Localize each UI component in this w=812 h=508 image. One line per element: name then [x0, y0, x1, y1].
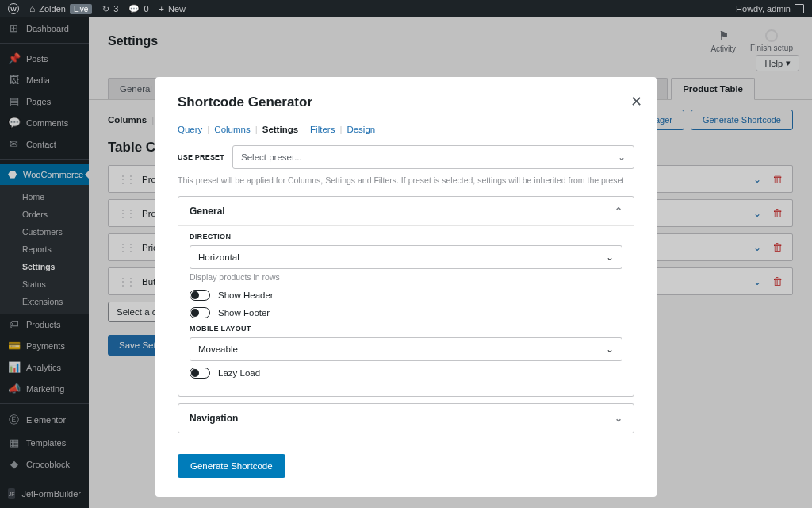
avatar-icon [795, 4, 804, 13]
comments-link[interactable]: 💬 0 [128, 4, 148, 14]
modal-tab-filters[interactable]: Filters [310, 125, 335, 134]
site-link[interactable]: ⌂ Zolden Live [29, 3, 92, 14]
lazy-load-label: Lazy Load [218, 368, 260, 378]
refresh-icon: ↻ [102, 4, 109, 14]
chevron-down-icon: ⌄ [606, 344, 614, 355]
modal-tab-settings[interactable]: Settings [262, 125, 298, 134]
close-button[interactable]: ✕ [630, 93, 642, 110]
shortcode-generator-modal: ✕ Shortcode Generator Query| Columns| Se… [155, 77, 657, 497]
preset-hint: This preset will be applied for Columns,… [178, 175, 634, 185]
updates-link[interactable]: ↻ 3 [102, 4, 118, 14]
new-content-link[interactable]: + New [159, 4, 186, 13]
modal-tab-columns[interactable]: Columns [214, 125, 250, 134]
live-badge: Live [70, 4, 92, 14]
general-accordion-header[interactable]: General ⌃ [178, 197, 634, 225]
plus-icon: + [159, 4, 164, 13]
modal-tab-query[interactable]: Query [178, 125, 202, 134]
comment-icon: 💬 [128, 4, 140, 14]
chevron-down-icon: ⌄ [606, 252, 614, 263]
howdy-text: Howdy, admin [736, 4, 791, 13]
chevron-down-icon: ⌄ [618, 152, 626, 163]
show-footer-label: Show Footer [218, 308, 270, 318]
modal-generate-button[interactable]: Generate Shortcode [178, 454, 285, 478]
direction-select[interactable]: Horizontal ⌄ [190, 245, 622, 269]
accordion-title: General [190, 206, 225, 217]
home-icon: ⌂ [29, 3, 35, 14]
update-count: 3 [113, 4, 118, 13]
modal-title: Shortcode Generator [178, 94, 634, 110]
mobile-layout-select[interactable]: Moveable ⌄ [190, 337, 622, 361]
mobile-layout-value: Moveable [198, 344, 238, 354]
site-name: Zolden [39, 4, 66, 13]
new-label: New [168, 4, 186, 13]
howdy-link[interactable]: Howdy, admin [736, 4, 804, 13]
accordion-title: Navigation [190, 413, 238, 424]
modal-tabs: Query| Columns| Settings| Filters| Desig… [178, 125, 634, 134]
show-header-toggle[interactable] [190, 290, 210, 301]
general-accordion: General ⌃ DIRECTION Horizontal ⌄ Display… [178, 196, 634, 397]
show-header-label: Show Header [218, 291, 274, 300]
lazy-load-toggle[interactable] [190, 368, 210, 379]
preset-label: USE PRESET [178, 153, 224, 161]
show-footer-toggle[interactable] [190, 307, 210, 318]
preset-value: Select preset... [241, 152, 302, 162]
comment-count: 0 [144, 4, 148, 13]
preset-select[interactable]: Select preset... ⌄ [232, 145, 634, 169]
direction-hint: Display products in rows [190, 272, 622, 282]
modal-tab-design[interactable]: Design [347, 125, 375, 134]
modal-overlay[interactable]: ✕ Shortcode Generator Query| Columns| Se… [0, 17, 812, 508]
direction-value: Horizontal [198, 252, 239, 262]
mobile-layout-label: MOBILE LAYOUT [190, 325, 622, 333]
navigation-accordion-header[interactable]: Navigation ⌄ [178, 404, 634, 433]
wordpress-logo[interactable]: W [8, 3, 19, 14]
direction-label: DIRECTION [190, 233, 622, 241]
chevron-down-icon: ⌄ [615, 413, 622, 424]
chevron-up-icon: ⌃ [615, 206, 622, 217]
navigation-accordion: Navigation ⌄ [178, 403, 634, 433]
admin-toolbar: W ⌂ Zolden Live ↻ 3 💬 0 + New Howdy, adm… [0, 0, 812, 17]
